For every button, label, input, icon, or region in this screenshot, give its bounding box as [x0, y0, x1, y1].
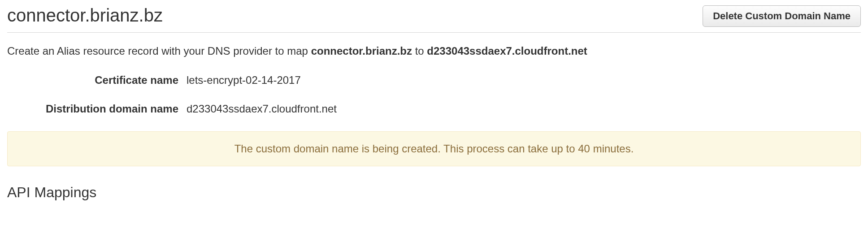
alias-instruction: Create an Alias resource record with you…: [7, 43, 861, 59]
page-title: connector.brianz.bz: [7, 5, 163, 26]
distribution-domain-label: Distribution domain name: [7, 103, 187, 115]
certificate-name-label: Certificate name: [7, 74, 187, 87]
instruction-domain: connector.brianz.bz: [311, 45, 412, 57]
certificate-name-value: lets-encrypt-02-14-2017: [187, 74, 301, 87]
distribution-domain-value: d233043ssdaex7.cloudfront.net: [187, 103, 337, 115]
instruction-middle: to: [412, 45, 427, 57]
delete-custom-domain-button[interactable]: Delete Custom Domain Name: [703, 5, 861, 27]
alert-message: The custom domain name is being created.…: [234, 143, 634, 155]
certificate-name-row: Certificate name lets-encrypt-02-14-2017: [7, 74, 861, 87]
creation-status-alert: The custom domain name is being created.…: [7, 131, 861, 166]
api-mappings-heading: API Mappings: [7, 184, 861, 201]
domain-header: connector.brianz.bz Delete Custom Domain…: [7, 5, 861, 33]
distribution-domain-row: Distribution domain name d233043ssdaex7.…: [7, 103, 861, 115]
instruction-prefix: Create an Alias resource record with you…: [7, 45, 311, 57]
instruction-target: d233043ssdaex7.cloudfront.net: [427, 45, 587, 57]
